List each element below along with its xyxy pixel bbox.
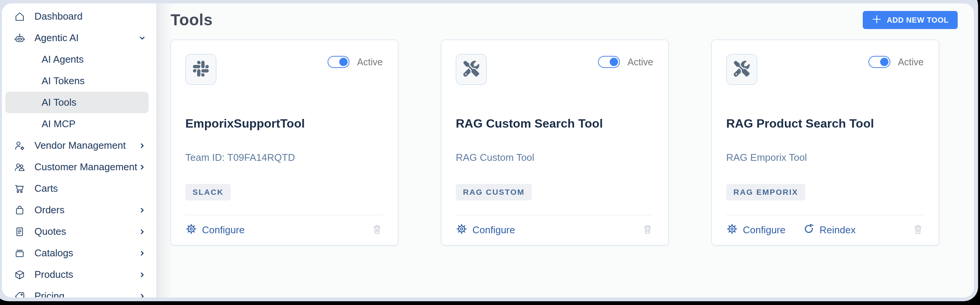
document-icon <box>13 226 26 238</box>
refresh-icon <box>803 223 815 237</box>
tag-row: SLACK <box>185 184 383 201</box>
chevron-down-icon <box>138 34 146 42</box>
tool-icon-box <box>456 54 487 85</box>
plus-icon <box>872 14 882 26</box>
configure-button[interactable]: Configure <box>456 223 515 237</box>
gear-icon <box>726 223 738 237</box>
card-head: Active <box>456 54 653 85</box>
reindex-label: Reindex <box>819 224 856 236</box>
cart-icon <box>13 183 26 195</box>
toggle-knob <box>339 58 348 66</box>
sidebar-item-pricing[interactable]: Pricing <box>2 285 156 297</box>
customer-management-icon <box>13 161 26 173</box>
active-toggle[interactable] <box>328 56 350 68</box>
tool-icon-box <box>185 54 216 85</box>
card-footer: Configure <box>456 215 653 245</box>
sidebar: DashboardAgentic AIAI AgentsAI TokensAI … <box>2 3 157 297</box>
status-wrap: Active <box>869 56 924 68</box>
sidebar-item-label: Pricing <box>34 290 138 297</box>
status-wrap: Active <box>328 56 383 68</box>
gear-icon <box>185 223 197 237</box>
card-footer: Configure <box>185 215 383 245</box>
sidebar-item-dashboard[interactable]: Dashboard <box>2 6 156 27</box>
slack-icon <box>193 61 209 78</box>
tool-description: RAG Custom Tool <box>456 152 653 163</box>
status-label: Active <box>357 57 383 68</box>
tool-description: Team ID: T09FA14RQTD <box>185 152 383 163</box>
sidebar-item-agentic-ai[interactable]: Agentic AI <box>2 27 156 49</box>
active-toggle[interactable] <box>598 56 620 68</box>
chevron-right-icon <box>138 206 146 214</box>
chevron-right-icon <box>138 249 146 258</box>
main-header: Tools ADD NEW TOOL <box>170 11 958 29</box>
tool-cards-grid: ActiveEmporixSupportToolTeam ID: T09FA14… <box>170 40 958 245</box>
tools-icon <box>734 61 750 78</box>
catalog-icon <box>13 247 26 259</box>
sidebar-item-products[interactable]: Products <box>2 264 156 285</box>
vendor-management-icon <box>13 140 26 152</box>
tool-tag: RAG EMPORIX <box>726 184 805 201</box>
sidebar-item-label: AI Tokens <box>41 75 149 87</box>
active-toggle[interactable] <box>869 56 890 68</box>
chevron-right-icon <box>138 292 146 298</box>
sidebar-item-carts[interactable]: Carts <box>2 178 156 199</box>
tools-icon <box>463 61 479 78</box>
tool-name: EmporixSupportTool <box>185 117 383 131</box>
sidebar-item-label: Vendor Management <box>34 140 138 152</box>
sidebar-item-quotes[interactable]: Quotes <box>2 221 156 242</box>
status-label: Active <box>627 57 653 68</box>
tool-icon-box <box>726 54 757 85</box>
configure-label: Configure <box>743 224 786 236</box>
sidebar-item-label: Dashboard <box>34 11 146 22</box>
sidebar-item-orders[interactable]: Orders <box>2 199 156 221</box>
chevron-right-icon <box>138 142 146 150</box>
card-footer: ConfigureReindex <box>726 215 924 245</box>
sidebar-nav: DashboardAgentic AIAI AgentsAI TokensAI … <box>2 6 156 297</box>
reindex-button[interactable]: Reindex <box>803 223 856 237</box>
tool-tag: RAG CUSTOM <box>456 184 532 201</box>
tool-tag: SLACK <box>185 184 231 201</box>
add-new-tool-label: ADD NEW TOOL <box>887 16 949 25</box>
price-tag-icon <box>13 290 26 298</box>
sidebar-item-label: Products <box>34 269 138 280</box>
sidebar-item-ai-tokens[interactable]: AI Tokens <box>5 70 149 92</box>
sidebar-item-catalogs[interactable]: Catalogs <box>2 242 156 264</box>
sidebar-item-label: AI Tools <box>41 96 149 108</box>
configure-button[interactable]: Configure <box>726 223 786 237</box>
toggle-knob <box>880 58 888 66</box>
trash-icon <box>912 224 924 237</box>
add-new-tool-button[interactable]: ADD NEW TOOL <box>863 11 958 29</box>
toggle-knob <box>610 58 618 66</box>
sidebar-item-label: Orders <box>34 204 138 216</box>
trash-icon <box>642 224 653 237</box>
tool-card-rag-product-search-tool: ActiveRAG Product Search ToolRAG Emporix… <box>711 40 939 245</box>
configure-label: Configure <box>473 224 515 236</box>
sidebar-item-label: Catalogs <box>34 247 138 259</box>
sidebar-item-ai-mcp[interactable]: AI MCP <box>5 113 149 135</box>
sidebar-item-label: AI Agents <box>41 54 149 65</box>
sidebar-item-ai-agents[interactable]: AI Agents <box>5 49 149 70</box>
card-head: Active <box>726 54 924 85</box>
delete-button[interactable] <box>371 224 383 237</box>
main-content: Tools ADD NEW TOOL ActiveEmporixSupportT… <box>157 3 974 297</box>
package-icon <box>13 269 26 281</box>
configure-button[interactable]: Configure <box>185 223 245 237</box>
sidebar-item-customer-management[interactable]: Customer Management <box>2 156 156 178</box>
shopping-bag-icon <box>13 204 26 216</box>
sidebar-item-ai-tools[interactable]: AI Tools <box>5 92 149 113</box>
tool-name: RAG Custom Search Tool <box>456 117 653 131</box>
status-label: Active <box>898 57 924 68</box>
delete-button[interactable] <box>912 224 924 237</box>
sidebar-item-vendor-management[interactable]: Vendor Management <box>2 135 156 156</box>
status-wrap: Active <box>598 56 653 68</box>
home-icon <box>13 11 26 23</box>
robot-icon <box>13 32 26 44</box>
delete-button[interactable] <box>642 224 653 237</box>
tag-row: RAG EMPORIX <box>726 184 924 201</box>
chevron-right-icon <box>138 271 146 279</box>
trash-icon <box>371 224 383 237</box>
tool-description: RAG Emporix Tool <box>726 152 924 163</box>
configure-label: Configure <box>202 224 245 236</box>
tag-row: RAG CUSTOM <box>456 184 653 201</box>
sidebar-item-label: Quotes <box>34 226 138 237</box>
